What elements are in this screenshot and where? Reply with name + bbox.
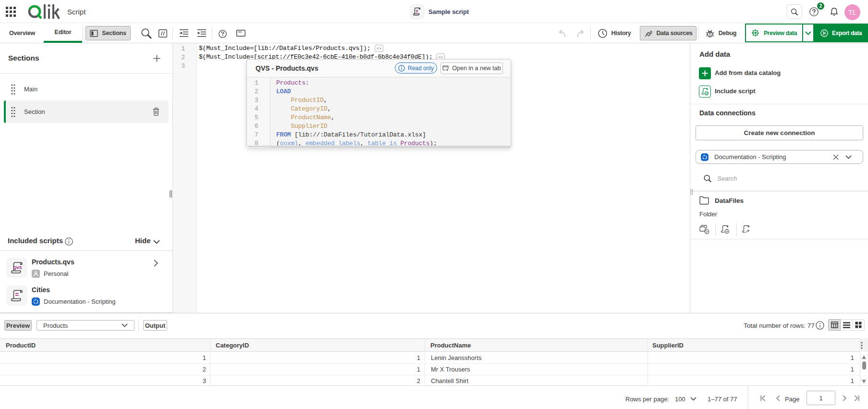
svg-text:QVS: QVS bbox=[13, 265, 22, 270]
